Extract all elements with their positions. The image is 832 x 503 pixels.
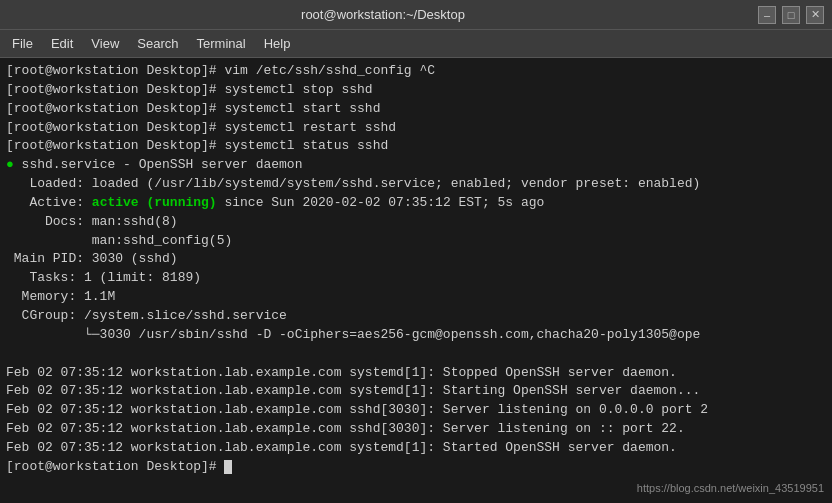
menubar: File Edit View Search Terminal Help bbox=[0, 30, 832, 58]
window-title: root@workstation:~/Desktop bbox=[8, 7, 758, 22]
menu-file[interactable]: File bbox=[4, 34, 41, 53]
terminal-line-13: Memory: 1.1M bbox=[6, 288, 826, 307]
menu-edit[interactable]: Edit bbox=[43, 34, 81, 53]
maximize-button[interactable]: □ bbox=[782, 6, 800, 24]
terminal-line-18: Feb 02 07:35:12 workstation.lab.example.… bbox=[6, 382, 826, 401]
menu-terminal[interactable]: Terminal bbox=[189, 34, 254, 53]
terminal-cursor bbox=[224, 460, 232, 474]
terminal-line-7: Loaded: loaded (/usr/lib/systemd/system/… bbox=[6, 175, 826, 194]
terminal-line-blank bbox=[6, 345, 826, 364]
terminal-line-19: Feb 02 07:35:12 workstation.lab.example.… bbox=[6, 401, 826, 420]
terminal-line-11: Main PID: 3030 (sshd) bbox=[6, 250, 826, 269]
terminal-line-2: [root@workstation Desktop]# systemctl st… bbox=[6, 81, 826, 100]
terminal-line-4: [root@workstation Desktop]# systemctl re… bbox=[6, 119, 826, 138]
watermark: https://blog.csdn.net/weixin_43519951 bbox=[637, 481, 824, 497]
terminal-line-6: ● sshd.service - OpenSSH server daemon bbox=[6, 156, 826, 175]
terminal-line-12: Tasks: 1 (limit: 8189) bbox=[6, 269, 826, 288]
terminal-line-8: Active: active (running) since Sun 2020-… bbox=[6, 194, 826, 213]
terminal-line-1: [root@workstation Desktop]# vim /etc/ssh… bbox=[6, 62, 826, 81]
window-controls: – □ ✕ bbox=[758, 6, 824, 24]
terminal-line-20: Feb 02 07:35:12 workstation.lab.example.… bbox=[6, 420, 826, 439]
active-prefix: Active: bbox=[6, 195, 92, 210]
service-header: sshd.service - OpenSSH server daemon bbox=[14, 157, 303, 172]
minimize-button[interactable]: – bbox=[758, 6, 776, 24]
close-button[interactable]: ✕ bbox=[806, 6, 824, 24]
terminal[interactable]: [root@workstation Desktop]# vim /etc/ssh… bbox=[0, 58, 832, 503]
menu-help[interactable]: Help bbox=[256, 34, 299, 53]
terminal-line-5: [root@workstation Desktop]# systemctl st… bbox=[6, 137, 826, 156]
terminal-line-15: └─3030 /usr/sbin/sshd -D -oCiphers=aes25… bbox=[6, 326, 826, 345]
status-dot: ● bbox=[6, 157, 14, 172]
terminal-prompt-line: [root@workstation Desktop]# bbox=[6, 458, 826, 477]
active-status: active (running) bbox=[92, 195, 217, 210]
terminal-line-14: CGroup: /system.slice/sshd.service bbox=[6, 307, 826, 326]
menu-view[interactable]: View bbox=[83, 34, 127, 53]
terminal-line-10: man:sshd_config(5) bbox=[6, 232, 826, 251]
menu-search[interactable]: Search bbox=[129, 34, 186, 53]
titlebar: root@workstation:~/Desktop – □ ✕ bbox=[0, 0, 832, 30]
terminal-line-17: Feb 02 07:35:12 workstation.lab.example.… bbox=[6, 364, 826, 383]
terminal-line-9: Docs: man:sshd(8) bbox=[6, 213, 826, 232]
terminal-line-3: [root@workstation Desktop]# systemctl st… bbox=[6, 100, 826, 119]
terminal-line-21: Feb 02 07:35:12 workstation.lab.example.… bbox=[6, 439, 826, 458]
active-suffix: since Sun 2020-02-02 07:35:12 EST; 5s ag… bbox=[217, 195, 545, 210]
